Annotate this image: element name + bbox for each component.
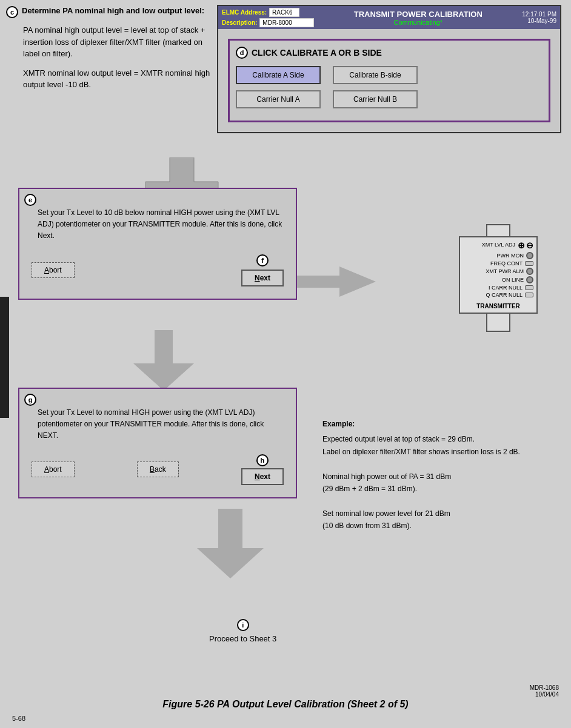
pwr-mon-row: PWR MON (463, 252, 533, 259)
trans-connector (486, 224, 510, 236)
e-section: e Set your Tx Level to 10 dB below nomin… (18, 188, 297, 300)
tpc-box: ELMC Address: RACK6 Description: MDR-800… (217, 5, 561, 133)
freq-cont-indicator (525, 261, 533, 266)
c-title-text: Determine PA nominal high and low output… (22, 6, 204, 15)
calibrate-b-button[interactable]: Calibrate B-side (333, 66, 418, 84)
g-back-button[interactable]: Back (137, 462, 179, 477)
svg-marker-4 (133, 363, 194, 391)
doc-number-value: MDR-1068 (530, 684, 559, 691)
svg-rect-7 (218, 509, 242, 551)
calibrate-title-row: d CLICK CALIBRATE A OR B SIDE (236, 47, 543, 59)
example-line2: Label on diplexer filter/XMT filter show… (322, 446, 559, 458)
page-number: 5-68 (12, 715, 25, 722)
h-circle-label: h (256, 454, 269, 466)
figure-caption: Figure 5-26 PA Output Level Calibration … (0, 699, 571, 710)
g-to-proceed-arrow (194, 509, 267, 581)
elmc-address-value: RACK6 (269, 8, 299, 17)
g-circle-label: g (24, 394, 36, 406)
xmt-lvl-adj-label: XMT LVL ADJ (482, 242, 515, 248)
trans-bottom-connector (486, 314, 510, 332)
tpc-date: 10-May-99 (522, 18, 556, 24)
example-title: Example: (322, 418, 559, 430)
i-carr-null-indicator (525, 285, 533, 290)
g-abort-button[interactable]: Abort (32, 462, 75, 477)
c-para2: XMTR nominal low output level = XMTR nom… (23, 67, 212, 91)
c-section: c Determine PA nominal high and low outp… (6, 6, 212, 91)
desc-label: Description: (222, 19, 257, 26)
right-arrow-to-transmitter (297, 263, 376, 300)
elmc-address-label: ELMC Address: (222, 9, 267, 16)
i-carr-null-row: I CARR NULL (463, 285, 533, 291)
next-underline-n: N (255, 274, 260, 282)
on-line-led (526, 276, 533, 283)
trans-minus-icon: ⊖ (526, 240, 533, 250)
c-para1: PA nominal high output level = level at … (23, 24, 212, 60)
tpc-header: ELMC Address: RACK6 Description: MDR-800… (218, 6, 560, 29)
i-circle-label: i (237, 619, 249, 631)
black-sidebar (0, 297, 9, 418)
abort-underline-a: A (44, 266, 49, 274)
calibrate-a-button[interactable]: Calibrate A Side (236, 66, 321, 84)
d-circle-label: d (236, 47, 248, 59)
xmt-pwr-alm-led (526, 268, 533, 275)
tpc-status: Communicating* (393, 19, 442, 26)
svg-rect-5 (297, 276, 346, 288)
g-buttons: Abort Back h Next (32, 454, 284, 485)
desc-value: MDR-8000 (259, 18, 314, 27)
proceed-section: i Proceed to Sheet 3 (209, 619, 276, 643)
carrier-null-b-button[interactable]: Carrier Null B (333, 90, 418, 108)
e-abort-button[interactable]: Abort (32, 262, 75, 278)
carrier-null-a-button[interactable]: Carrier Null A (236, 90, 321, 108)
trans-plus-icon: ⊕ (518, 240, 525, 250)
example-line4: (29 dBm + 2 dBm = 31 dBm). (322, 483, 559, 495)
g-next-button[interactable]: Next (241, 468, 284, 485)
e-circle-label: e (24, 194, 36, 206)
example-line3: Nominal high power out of PA = 31 dBm (322, 471, 559, 483)
tpc-content: d CLICK CALIBRATE A OR B SIDE Calibrate … (218, 29, 560, 132)
transmitter-diagram: XMT LVL ADJ ⊕ ⊖ PWR MON FREQ CONT XMT PW… (438, 224, 559, 332)
svg-rect-3 (155, 330, 173, 366)
pwr-mon-led (526, 252, 533, 259)
g-text: Set your Tx Level to nominal HIGH power … (32, 407, 284, 442)
e-buttons: Abort f Next (32, 254, 284, 286)
q-carr-null-indicator (525, 293, 533, 297)
doc-number: MDR-1068 10/04/04 (530, 684, 559, 698)
calibrate-buttons-row1: Calibrate A Side Calibrate B-side (236, 66, 543, 84)
tpc-main-title: TRANSMIT POWER CALIBRATION (354, 10, 483, 19)
svg-marker-8 (197, 548, 264, 578)
trans-module: XMT LVL ADJ ⊕ ⊖ PWR MON FREQ CONT XMT PW… (459, 236, 538, 314)
proceed-text: Proceed to Sheet 3 (209, 634, 276, 643)
tpc-time: 12:17:01 PM (522, 11, 556, 18)
tpc-time-area: 12:17:01 PM 10-May-99 (522, 11, 556, 24)
transmitter-label: TRANSMITTER (463, 303, 533, 309)
e-text: Set your Tx Level to 10 dB below nominal… (32, 207, 284, 242)
e-next-button[interactable]: Next (241, 270, 284, 286)
e-to-g-arrow (133, 330, 194, 391)
g-section: g Set your Tx Level to nominal HIGH powe… (18, 388, 297, 498)
tpc-title-area: TRANSMIT POWER CALIBRATION Communicating… (319, 10, 517, 26)
calibrate-title-text: CLICK CALIBRATE A OR B SIDE (252, 48, 382, 58)
calibrate-section: d CLICK CALIBRATE A OR B SIDE Calibrate … (228, 39, 550, 122)
q-carr-null-row: Q CARR NULL (463, 292, 533, 298)
example-line1: Expected output level at top of stack = … (322, 433, 559, 445)
calibrate-buttons-row2: Carrier Null A Carrier Null B (236, 90, 543, 108)
c-circle-label: c (6, 6, 18, 18)
example-line5: Set nominal low power level for 21 dBm (322, 508, 559, 520)
f-circle-label: f (256, 254, 269, 266)
xmt-pwr-alm-row: XMT PWR ALM (463, 268, 533, 275)
on-line-row: ON LINE (463, 276, 533, 283)
doc-date: 10/04/04 (530, 691, 559, 698)
example-line6: (10 dB down from 31 dBm). (322, 520, 559, 532)
example-section: Example: Expected output level at top of… (322, 418, 559, 532)
c-title-row: c Determine PA nominal high and low outp… (6, 6, 212, 18)
freq-cont-row: FREQ CONT (463, 260, 533, 266)
svg-marker-6 (339, 266, 376, 297)
